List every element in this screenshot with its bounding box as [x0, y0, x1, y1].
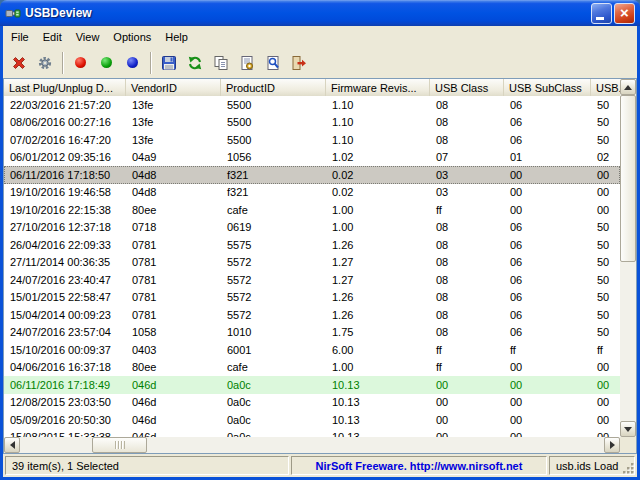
table-cell: 0a0c	[221, 379, 326, 391]
table-cell: cafe	[221, 204, 326, 216]
table-cell: 6.00	[326, 344, 430, 356]
scroll-left-button[interactable]	[4, 437, 20, 453]
table-cell: 0a0c	[221, 396, 326, 408]
minimize-button[interactable]	[591, 3, 612, 24]
blue-circle-icon	[127, 57, 138, 68]
column-header-4[interactable]: USB Class	[430, 79, 504, 96]
options-button[interactable]	[32, 50, 57, 75]
table-cell: 0718	[126, 221, 221, 233]
gear-icon	[37, 55, 53, 71]
copy-button[interactable]	[208, 50, 233, 75]
table-row[interactable]: 19/10/2016 19:46:5804d8f3210.02030000	[4, 184, 620, 202]
table-cell: 5500	[221, 116, 326, 128]
table-cell: 0781	[126, 256, 221, 268]
table-cell: ff	[504, 344, 591, 356]
table-cell: 24/07/2016 23:40:47	[4, 274, 126, 286]
usbdeview-window: USBDeview × FileEditViewOptionsHelp	[0, 0, 640, 480]
scroll-right-button[interactable]	[604, 437, 620, 453]
title-bar[interactable]: USBDeview ×	[0, 0, 640, 26]
table-cell: 80ee	[126, 361, 221, 373]
table-cell: 1.27	[326, 256, 430, 268]
menu-item-edit[interactable]: Edit	[36, 28, 69, 46]
table-row[interactable]: 06/11/2016 17:18:49046d0a0c10.13000000	[4, 376, 620, 394]
column-header-0[interactable]: Last Plug/Unplug D...	[4, 79, 126, 96]
table-cell: 50	[591, 221, 620, 233]
horizontal-scroll-track[interactable]	[20, 437, 604, 453]
vertical-scroll-track[interactable]	[620, 95, 636, 421]
table-row[interactable]: 06/01/2012 09:35:1604a910561.02070102	[4, 149, 620, 167]
table-row[interactable]: 27/10/2016 12:37:18071806191.00080650	[4, 219, 620, 237]
menu-item-help[interactable]: Help	[158, 28, 195, 46]
table-cell: 00	[504, 186, 591, 198]
scroll-down-button[interactable]	[620, 421, 636, 437]
column-header-5[interactable]: USB SubClass	[504, 79, 591, 96]
usbdeview-app-icon[interactable]	[5, 5, 21, 21]
table-row[interactable]: 24/07/2016 23:40:47078155721.27080650	[4, 271, 620, 289]
table-cell: 50	[591, 134, 620, 146]
table-cell: 5572	[221, 256, 326, 268]
table-cell: ff	[430, 361, 504, 373]
table-cell: 15/01/2015 22:58:47	[4, 291, 126, 303]
table-cell: 50	[591, 291, 620, 303]
nirsoft-link[interactable]: NirSoft Freeware. http://www.nirsoft.net	[316, 460, 523, 472]
table-row[interactable]: 15/04/2014 00:09:23078155721.26080650	[4, 306, 620, 324]
table-cell: 26/04/2016 22:09:33	[4, 239, 126, 251]
floppy-icon	[161, 55, 177, 71]
table-row[interactable]: 05/09/2016 20:50:30046d0a0c10.13000000	[4, 411, 620, 429]
table-cell: 06	[504, 326, 591, 338]
table-row[interactable]: 22/03/2016 21:57:2013fe55001.10080650	[4, 96, 620, 114]
column-header-1[interactable]: VendorID	[126, 79, 221, 96]
disable-enable-button[interactable]	[120, 50, 145, 75]
enable-device-button[interactable]	[94, 50, 119, 75]
column-header-3[interactable]: Firmware Revis...	[326, 79, 430, 96]
menu-item-options[interactable]: Options	[106, 28, 158, 46]
disable-device-button[interactable]	[68, 50, 93, 75]
table-cell: 00	[591, 169, 620, 181]
table-cell: 1.00	[326, 221, 430, 233]
table-row[interactable]: 08/06/2016 00:27:1613fe55001.10080650	[4, 114, 620, 132]
table-cell: 50	[591, 326, 620, 338]
table-cell: 0781	[126, 239, 221, 251]
exit-button[interactable]	[286, 50, 311, 75]
uninstall-button[interactable]	[6, 50, 31, 75]
table-cell: 00	[504, 379, 591, 391]
horizontal-scrollbar[interactable]	[4, 437, 620, 453]
table-row[interactable]: 04/06/2016 16:37:1880eecafe1.00ff0000	[4, 359, 620, 377]
table-row[interactable]: 24/07/2016 23:57:04105810101.75080650	[4, 324, 620, 342]
properties-button[interactable]	[234, 50, 259, 75]
scroll-up-button[interactable]	[620, 79, 636, 95]
table-row[interactable]: 19/10/2016 22:15:3880eecafe1.00ff0000	[4, 201, 620, 219]
table-cell: 06	[504, 256, 591, 268]
table-cell: 05/09/2016 20:50:30	[4, 414, 126, 426]
table-cell: 046d	[126, 396, 221, 408]
table-cell: 0619	[221, 221, 326, 233]
column-header-2[interactable]: ProductID	[221, 79, 326, 96]
vertical-scroll-thumb[interactable]	[620, 95, 636, 262]
table-row[interactable]: 12/08/2015 23:03:50046d0a0c10.13000000	[4, 394, 620, 412]
table-cell: 04d8	[126, 169, 221, 181]
horizontal-scroll-thumb[interactable]	[92, 437, 147, 453]
red-circle-icon	[75, 57, 86, 68]
table-row[interactable]: 27/11/2014 00:36:35078155721.27080650	[4, 254, 620, 272]
table-cell: 10.13	[326, 396, 430, 408]
table-row[interactable]: 15/08/2015 15:33:38046d0a0c10.13000000	[4, 429, 620, 438]
table-cell: 0.02	[326, 186, 430, 198]
find-button[interactable]	[260, 50, 285, 75]
table-row[interactable]: 15/10/2016 00:09:37040360016.00ffffff	[4, 341, 620, 359]
table-row[interactable]: 06/11/2016 17:18:5004d8f3210.02030000	[4, 166, 620, 184]
table-cell: 19/10/2016 22:15:38	[4, 204, 126, 216]
resize-grip[interactable]	[622, 462, 635, 475]
status-bar: 39 item(s), 1 Selected NirSoft Freeware.…	[3, 454, 637, 477]
column-header-6[interactable]: USB...	[591, 79, 620, 96]
menu-item-file[interactable]: File	[4, 28, 36, 46]
close-button[interactable]: ×	[614, 3, 635, 24]
table-row[interactable]: 07/02/2016 16:47:2013fe55001.10080650	[4, 131, 620, 149]
status-usbids-text: usb.ids Load	[556, 460, 618, 472]
vertical-scrollbar[interactable]	[620, 79, 636, 437]
table-row[interactable]: 26/04/2016 22:09:33078155751.26080650	[4, 236, 620, 254]
menu-item-view[interactable]: View	[69, 28, 107, 46]
find-icon	[265, 55, 281, 71]
table-row[interactable]: 15/01/2015 22:58:47078155721.26080650	[4, 289, 620, 307]
refresh-button[interactable]	[182, 50, 207, 75]
save-button[interactable]	[156, 50, 181, 75]
